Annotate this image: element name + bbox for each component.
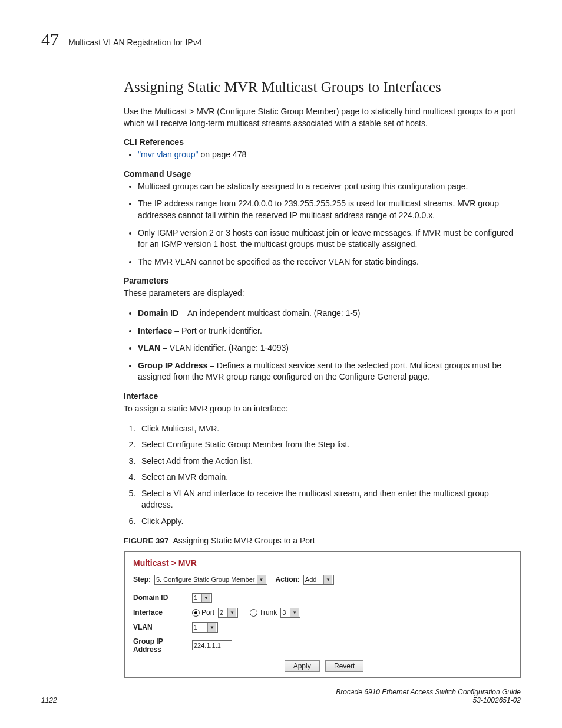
trunk-label: Trunk — [259, 608, 277, 617]
parameter-item: Domain ID – An independent multicast dom… — [138, 308, 521, 319]
command-usage-item: Only IGMP version 2 or 3 hosts can issue… — [138, 228, 521, 251]
apply-button[interactable]: Apply — [285, 660, 320, 672]
domain-id-select[interactable]: 1 ▼ — [192, 593, 212, 603]
figure-screenshot: Multicast > MVR Step: 5. Configure Stati… — [124, 551, 521, 678]
figure-title: Assigning Static MVR Groups to a Port — [173, 536, 315, 545]
step-select[interactable]: 5. Configure Static Group Member ▼ — [154, 575, 267, 585]
parameters-intro: These parameters are displayed: — [124, 288, 521, 299]
chevron-down-icon: ▼ — [201, 594, 210, 602]
parameters-heading: Parameters — [124, 276, 521, 285]
port-radio[interactable] — [192, 609, 200, 617]
parameter-item: Interface – Port or trunk identifier. — [138, 325, 521, 337]
step-item: Click Apply. — [138, 516, 521, 528]
chevron-down-icon: ▼ — [227, 608, 236, 617]
step-label: Step: — [133, 575, 151, 584]
trunk-radio[interactable] — [250, 609, 257, 617]
chevron-down-icon: ▼ — [323, 575, 332, 584]
interface-intro: To assign a static MVR group to an inter… — [124, 403, 521, 415]
page-footer: 1122 Brocade 6910 Ethernet Access Switch… — [41, 688, 521, 704]
action-label: Action: — [276, 575, 300, 584]
trunk-select[interactable]: 3 ▼ — [280, 608, 300, 618]
group-ip-input[interactable]: 224.1.1.1 — [192, 640, 232, 650]
cli-references-heading: CLI References — [124, 137, 521, 147]
doc-title: Brocade 6910 Ethernet Access Switch Conf… — [336, 688, 521, 696]
chevron-down-icon: ▼ — [207, 623, 216, 632]
command-usage-item: The IP address range from 224.0.0.0 to 2… — [138, 198, 521, 221]
doc-number: 53-1002651-02 — [473, 696, 521, 704]
step-item: Select an MVR domain. — [138, 472, 521, 483]
domain-id-label: Domain ID — [133, 594, 192, 602]
breadcrumb: Multicast > MVR — [133, 558, 511, 568]
interface-label: Interface — [133, 608, 192, 617]
cli-reference-item: "mvr vlan group" on page 478 — [138, 149, 521, 161]
chevron-down-icon: ▼ — [290, 608, 299, 617]
port-select[interactable]: 2 ▼ — [218, 608, 238, 618]
step-action-row: Step: 5. Configure Static Group Member ▼… — [133, 575, 511, 585]
port-label: Port — [201, 608, 214, 617]
figure-label: FIGURE 397 — [124, 536, 168, 545]
group-ip-label: Group IP Address — [133, 637, 192, 654]
step-item: Click Multicast, MVR. — [138, 423, 521, 435]
step-item: Select Configure Static Group Member fro… — [138, 439, 521, 451]
command-usage-item: Multicast groups can be statically assig… — [138, 181, 521, 193]
cli-reference-link[interactable]: "mvr vlan group" — [138, 150, 199, 159]
step-item: Select Add from the Action list. — [138, 456, 521, 467]
chapter-title: Multicast VLAN Registration for IPv4 — [68, 38, 201, 47]
chevron-down-icon: ▼ — [257, 575, 266, 584]
section-title: Assigning Static MVR Multicast Groups to… — [124, 79, 521, 95]
cli-reference-suffix: on page 478 — [199, 150, 247, 159]
chapter-number: 47 — [41, 29, 59, 50]
interface-heading: Interface — [124, 391, 521, 401]
vlan-select[interactable]: 1 ▼ — [192, 622, 218, 633]
revert-button[interactable]: Revert — [325, 660, 363, 672]
parameter-item: VLAN – VLAN identifier. (Range: 1-4093) — [138, 342, 521, 354]
page-number: 1122 — [41, 696, 57, 704]
action-select[interactable]: Add ▼ — [303, 575, 334, 585]
step-item: Select a VLAN and interface to receive t… — [138, 488, 521, 511]
vlan-label: VLAN — [133, 623, 192, 631]
page-header: 47 Multicast VLAN Registration for IPv4 — [41, 29, 521, 50]
command-usage-item: The MVR VLAN cannot be specified as the … — [138, 256, 521, 268]
intro-paragraph: Use the Multicast > MVR (Configure Stati… — [124, 106, 521, 129]
parameter-item: Group IP Address – Defines a multicast s… — [138, 360, 521, 383]
figure-caption: FIGURE 397 Assigning Static MVR Groups t… — [124, 536, 521, 545]
command-usage-heading: Command Usage — [124, 169, 521, 179]
